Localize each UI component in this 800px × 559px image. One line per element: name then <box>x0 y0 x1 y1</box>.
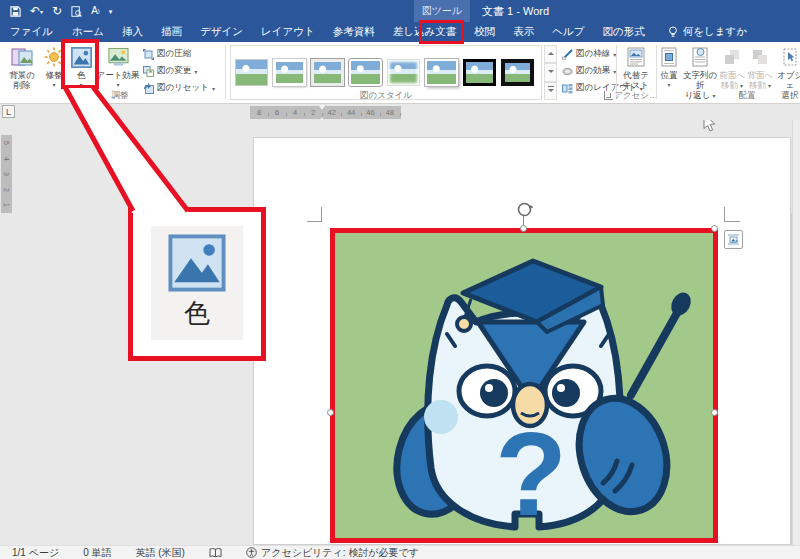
ribbon-tab[interactable]: 差し込み文書 <box>384 22 466 42</box>
picture-border-button[interactable]: 図の枠線 ▾ <box>562 48 616 60</box>
ribbon-tab[interactable]: 挿入 <box>113 22 152 42</box>
group-picture-styles: 図の枠線 ▾ 図の効果 ▾ 図のレイアウト ▾ 図のスタイル <box>226 42 616 103</box>
picture-effects-button[interactable]: 図の効果 ▾ <box>562 65 616 77</box>
position-icon <box>661 45 677 69</box>
picture-style-thumb[interactable] <box>425 59 458 86</box>
ribbon-tab[interactable]: ヘルプ <box>543 22 593 42</box>
ruler-number: 8 <box>250 108 268 117</box>
picture-style-thumb[interactable] <box>235 59 268 86</box>
tell-me-box[interactable]: 何をしますか <box>668 25 747 39</box>
ribbon-tab[interactable]: レイアウト <box>252 22 324 42</box>
print-preview-icon[interactable] <box>71 6 82 17</box>
ribbon-tab[interactable]: 参考資料 <box>324 22 384 42</box>
picture-style-thumb[interactable] <box>501 59 534 86</box>
change-picture-button[interactable]: 図の変更 ▾ <box>143 65 197 77</box>
owl-mascot-illustration: ? <box>335 233 713 538</box>
color-button[interactable]: 色 ▾ <box>68 45 94 88</box>
ruler-number: 44 <box>341 108 360 117</box>
proofing-icon[interactable] <box>197 548 234 558</box>
picture-style-thumb[interactable] <box>463 59 496 86</box>
repeat-icon[interactable]: ↻ <box>52 5 62 17</box>
gallery-down-icon[interactable] <box>544 63 557 81</box>
document-title: 文書 1 - Word <box>482 0 549 22</box>
artistic-effects-icon <box>108 45 129 69</box>
group-arrange: 位置 ▾ 文字列の折 り返し▾ 前面へ 移動▾ <box>657 42 800 103</box>
picture-effects-icon <box>562 66 573 77</box>
position-button[interactable]: 位置 ▾ <box>657 45 681 88</box>
ribbon-tab[interactable]: 図の形式 <box>593 22 653 42</box>
gallery-scroll <box>544 45 557 100</box>
picture-style-thumb[interactable] <box>349 59 382 86</box>
artistic-effects-button[interactable]: アート効果 ▾ <box>96 45 140 88</box>
text-boundary-mark-right <box>724 207 739 222</box>
ruler-row: L 8642 246810121416182022242628303234363… <box>0 104 800 120</box>
send-backward-button: 背面へ 移動▾ <box>747 45 773 91</box>
ribbon-tab[interactable]: ファイル <box>0 22 63 42</box>
word-count[interactable]: 0 単語 <box>71 546 123 559</box>
resize-handle-top-right[interactable] <box>711 225 718 232</box>
gallery-more-icon[interactable] <box>544 82 557 100</box>
corrections-button[interactable]: 修整 ▾ <box>42 45 66 88</box>
group-accessibility: 代替テ キスト アクセシ… <box>617 42 655 103</box>
status-bar: 1/1 ページ 0 単語 英語 (米国) アクセシビリティ: 検討が必要です <box>0 545 800 559</box>
language-indicator[interactable]: 英語 (米国) <box>124 546 197 559</box>
picture-style-thumb[interactable] <box>273 59 306 86</box>
rotate-handle-icon[interactable] <box>516 201 533 218</box>
tab-selector[interactable]: L <box>2 105 15 118</box>
compress-picture-button[interactable]: 図の圧縮 <box>143 48 191 60</box>
ruler-number: 48 <box>380 108 399 117</box>
quick-access-toolbar: ↶▾ ↻ A) ▾ <box>10 2 112 20</box>
picture-border-icon <box>562 49 573 60</box>
resize-handle-left[interactable] <box>327 409 334 416</box>
callout-color-button: 色 <box>151 226 243 340</box>
compress-picture-icon <box>143 49 154 60</box>
mouse-cursor <box>703 120 716 132</box>
read-aloud-icon[interactable]: A) <box>91 6 100 16</box>
gallery-up-icon[interactable] <box>544 45 557 63</box>
accessibility-status[interactable]: アクセシビリティ: 検討が必要です <box>234 546 431 559</box>
save-icon[interactable] <box>10 6 21 17</box>
customize-qat-icon[interactable]: ▾ <box>109 8 113 15</box>
accessibility-icon <box>246 547 257 558</box>
undo-icon[interactable]: ↶▾ <box>30 5 43 17</box>
ruler-number: 5 <box>0 137 14 148</box>
vertical-ruler: 54321 1234567891011 <box>1 120 12 545</box>
group-label-arrange: 配置 <box>687 90 800 102</box>
ribbon-tab-row: ファイルホーム挿入描画デザインレイアウト参考資料差し込み文書校閲表示ヘルプ図の形… <box>0 22 800 42</box>
page-indicator[interactable]: 1/1 ページ <box>0 546 71 559</box>
bring-forward-icon <box>723 45 741 69</box>
send-backward-icon <box>751 45 769 69</box>
picture-style-thumb[interactable] <box>387 59 420 86</box>
ruler-number: 1 <box>0 200 14 211</box>
alt-text-icon <box>627 45 645 69</box>
ruler-number: 46 <box>361 108 380 117</box>
annotation-callout: 色 <box>128 207 266 361</box>
ribbon-tab[interactable]: 描画 <box>152 22 191 42</box>
alt-text-button[interactable]: 代替テ キスト <box>619 45 653 91</box>
layout-options-button[interactable] <box>724 230 743 249</box>
document-canvas: 54321 1234567891011 <box>0 120 800 545</box>
ruler-number: 3 <box>0 168 14 179</box>
resize-handle-right[interactable] <box>711 409 718 416</box>
ribbon-tab[interactable]: ホーム <box>63 22 113 42</box>
ribbon-tab[interactable]: 表示 <box>504 22 543 42</box>
remove-background-button[interactable]: 背景の 削除 <box>4 45 40 91</box>
lightbulb-icon <box>668 26 678 38</box>
ribbon-tab[interactable]: 校閲 <box>465 22 504 42</box>
vertical-scrollbar[interactable] <box>792 120 800 545</box>
ribbon-tab[interactable]: デザイン <box>191 22 252 42</box>
bring-forward-button: 前面へ 移動▾ <box>719 45 745 91</box>
change-picture-icon <box>143 66 154 77</box>
ruler-number: 4 <box>286 108 304 117</box>
selection-cursor-icon <box>783 45 797 69</box>
svg-text:?: ? <box>495 408 567 538</box>
resize-handle-top[interactable] <box>520 225 527 232</box>
word-window: ↶▾ ↻ A) ▾ 図ツール 文書 1 - Word ファイルホーム挿入描画デザ… <box>0 0 800 559</box>
sun-icon <box>44 45 64 69</box>
picture-color-icon-large <box>168 234 226 292</box>
selected-picture[interactable]: ? <box>330 228 718 543</box>
ribbon: 背景の 削除 修整 ▾ 色 ▾ アート効果 <box>0 42 800 104</box>
context-tab-group: 図ツール <box>414 0 470 22</box>
picture-style-thumb[interactable] <box>311 59 344 86</box>
group-label-adjust: 調整 <box>60 90 180 102</box>
